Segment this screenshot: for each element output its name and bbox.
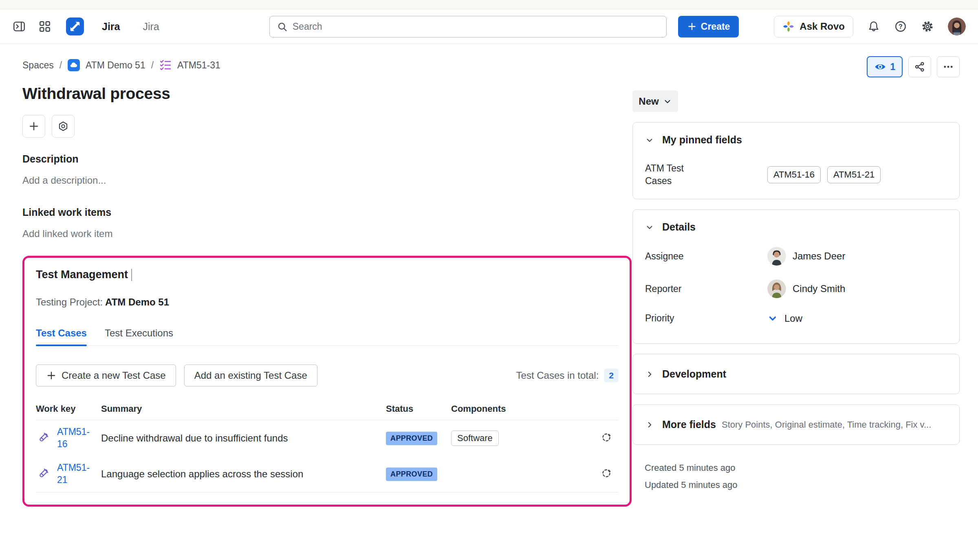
test-management-panel: Test Management Testing Project:ATM Demo… — [22, 256, 632, 507]
app-switcher-icon[interactable] — [38, 20, 51, 33]
column-header-status: Status — [386, 404, 451, 414]
issue-meta: Created 5 minutes ago Updated 5 minutes … — [632, 463, 960, 490]
app-name: Jira — [102, 21, 120, 33]
jira-logo-icon[interactable] — [66, 18, 84, 35]
reporter-value[interactable]: Cindy Smith — [767, 279, 947, 298]
column-header-summary: Summary — [101, 404, 386, 414]
more-fields-summary: Story Points, Original estimate, Time tr… — [722, 419, 931, 430]
test-case-chip[interactable]: ATM51-16 — [767, 166, 821, 183]
issue-type-checklist-icon — [159, 59, 172, 71]
created-timestamp: Created 5 minutes ago — [645, 463, 960, 473]
test-case-summary: Decline withdrawal due to insufficient f… — [101, 433, 386, 444]
create-test-case-button[interactable]: Create a new Test Case — [36, 365, 176, 387]
test-tube-icon — [36, 430, 57, 446]
sync-status-icon[interactable] — [600, 467, 618, 481]
pinned-fields-header[interactable]: My pinned fields — [645, 134, 947, 146]
hexagon-apps-icon — [57, 121, 69, 132]
tab-test-cases[interactable]: Test Cases — [36, 327, 87, 345]
column-header-work-key: Work key — [36, 404, 101, 414]
window-chrome-strip — [0, 0, 978, 9]
test-tube-icon — [36, 466, 57, 482]
assignee-label: Assignee — [645, 250, 767, 263]
more-fields-panel: More fields Story Points, Original estim… — [632, 404, 960, 445]
chevron-down-icon — [645, 136, 654, 145]
details-panel: Details Assignee James Deer — [632, 209, 960, 344]
svg-text:?: ? — [899, 23, 903, 30]
more-actions-button[interactable] — [937, 56, 960, 77]
watch-button[interactable]: 1 — [867, 56, 903, 77]
search-input[interactable] — [269, 16, 667, 37]
chevron-down-icon — [663, 97, 672, 106]
settings-gear-icon[interactable] — [921, 20, 934, 33]
description-heading: Description — [22, 153, 621, 165]
priority-label: Priority — [645, 312, 767, 325]
priority-low-icon — [767, 313, 778, 324]
chevron-down-icon — [645, 223, 654, 232]
add-existing-test-case-button[interactable]: Add an existing Test Case — [184, 365, 317, 387]
table-row: ATM51-16 Decline withdrawal due to insuf… — [36, 420, 618, 456]
details-header[interactable]: Details — [645, 221, 947, 233]
atm-test-cases-label: ATM Test Cases — [645, 162, 710, 187]
assignee-value[interactable]: James Deer — [767, 247, 947, 266]
reporter-label: Reporter — [645, 283, 767, 295]
notifications-bell-icon[interactable] — [867, 20, 880, 33]
rovo-logo-icon — [782, 20, 795, 33]
breadcrumb-spaces[interactable]: Spaces — [22, 60, 54, 71]
sync-status-icon[interactable] — [600, 431, 618, 445]
test-management-tabs: Test Cases Test Executions — [36, 327, 618, 346]
plus-icon — [687, 22, 697, 31]
linked-items-placeholder[interactable]: Add linked work item — [22, 228, 621, 239]
ask-rovo-button[interactable]: Ask Rovo — [774, 16, 853, 37]
development-header[interactable]: Development — [645, 368, 947, 380]
test-case-summary: Language selection applies across the se… — [101, 468, 386, 480]
page-title[interactable]: Withdrawal process — [22, 85, 621, 103]
text-cursor — [131, 269, 132, 281]
tab-test-executions[interactable]: Test Executions — [105, 327, 173, 345]
column-header-components: Components — [451, 404, 582, 414]
status-dropdown-button[interactable]: New — [632, 90, 678, 112]
status-badge: APPROVED — [386, 432, 437, 445]
project-avatar-icon[interactable] — [68, 59, 80, 71]
plus-icon — [46, 370, 57, 381]
share-button[interactable] — [908, 56, 931, 77]
more-fields-header[interactable]: More fields Story Points, Original estim… — [645, 419, 947, 430]
sidebar-toggle-icon[interactable] — [12, 20, 26, 33]
development-panel: Development — [632, 354, 960, 394]
create-button[interactable]: Create — [678, 16, 739, 37]
ellipsis-icon — [943, 61, 954, 72]
test-case-key-link[interactable]: ATM51-21 — [57, 462, 95, 486]
assignee-avatar — [767, 247, 786, 266]
test-cases-table: Work key Summary Status Components — [36, 404, 618, 492]
test-case-key-link[interactable]: ATM51-16 — [57, 426, 95, 450]
testing-project-line: Testing Project:ATM Demo 51 — [36, 296, 618, 308]
breadcrumb-project[interactable]: ATM Demo 51 — [86, 60, 145, 71]
pinned-fields-panel: My pinned fields ATM Test Cases ATM51-16… — [632, 122, 960, 199]
test-cases-count-badge: 2 — [604, 369, 618, 382]
breadcrumb-issue-key[interactable]: ATM51-31 — [177, 60, 220, 71]
site-name[interactable]: Jira — [143, 21, 159, 33]
description-placeholder[interactable]: Add a description... — [22, 175, 621, 186]
table-row: ATM51-21 Language selection applies acro… — [36, 456, 618, 492]
component-chip: Software — [451, 430, 499, 446]
add-content-button[interactable] — [22, 115, 45, 138]
top-navbar: Jira Jira Create Ask Rovo — [0, 9, 978, 44]
chevron-right-icon — [645, 370, 654, 379]
status-badge: APPROVED — [386, 468, 437, 481]
testing-project-value: ATM Demo 51 — [105, 296, 169, 307]
linked-items-heading: Linked work items — [22, 206, 621, 218]
reporter-avatar — [767, 279, 786, 298]
apps-hexagon-button[interactable] — [52, 115, 75, 138]
eye-icon — [874, 61, 886, 73]
chevron-right-icon — [645, 420, 654, 429]
help-icon[interactable]: ? — [894, 20, 907, 33]
watch-count: 1 — [890, 61, 896, 72]
share-icon — [914, 61, 925, 72]
priority-value[interactable]: Low — [767, 313, 947, 324]
updated-timestamp: Updated 5 minutes ago — [645, 480, 960, 490]
plus-icon — [28, 121, 40, 132]
user-avatar[interactable] — [948, 18, 966, 35]
breadcrumb: Spaces / ATM Demo 51 / ATM51-31 — [22, 56, 621, 74]
test-case-chip[interactable]: ATM51-21 — [827, 166, 881, 183]
test-management-heading: Test Management — [36, 268, 128, 281]
global-search — [269, 16, 667, 37]
